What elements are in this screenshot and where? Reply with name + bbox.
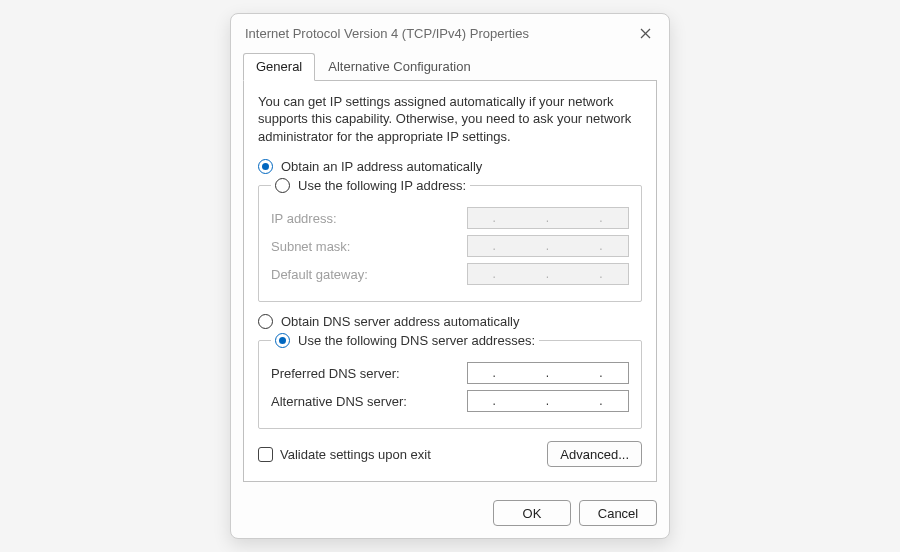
ip-address-row: IP address: ... bbox=[271, 207, 629, 229]
radio-dns-auto-label: Obtain DNS server address automatically bbox=[281, 314, 519, 329]
subnet-mask-input: ... bbox=[467, 235, 629, 257]
alternative-dns-row: Alternative DNS server: ... bbox=[271, 390, 629, 412]
preferred-dns-input[interactable]: ... bbox=[467, 362, 629, 384]
tab-alternative-configuration[interactable]: Alternative Configuration bbox=[315, 53, 483, 81]
default-gateway-row: Default gateway: ... bbox=[271, 263, 629, 285]
radio-ip-auto-label: Obtain an IP address automatically bbox=[281, 159, 482, 174]
panel-bottom-row: Validate settings upon exit Advanced... bbox=[258, 441, 642, 467]
window-title: Internet Protocol Version 4 (TCP/IPv4) P… bbox=[245, 26, 529, 41]
ipv4-properties-dialog: Internet Protocol Version 4 (TCP/IPv4) P… bbox=[230, 13, 670, 540]
ip-address-label: IP address: bbox=[271, 211, 337, 226]
radio-dns-manual[interactable]: Use the following DNS server addresses: bbox=[275, 333, 535, 348]
default-gateway-input: ... bbox=[467, 263, 629, 285]
radio-icon bbox=[258, 159, 273, 174]
close-button[interactable] bbox=[633, 22, 657, 46]
radio-icon bbox=[275, 178, 290, 193]
ip-manual-group: Use the following IP address: IP address… bbox=[258, 178, 642, 302]
validate-settings-checkbox[interactable]: Validate settings upon exit bbox=[258, 447, 431, 462]
preferred-dns-label: Preferred DNS server: bbox=[271, 366, 400, 381]
checkbox-icon bbox=[258, 447, 273, 462]
dialog-footer: OK Cancel bbox=[231, 492, 669, 538]
advanced-button[interactable]: Advanced... bbox=[547, 441, 642, 467]
tab-strip: General Alternative Configuration bbox=[231, 52, 669, 80]
general-panel: You can get IP settings assigned automat… bbox=[243, 80, 657, 483]
alternative-dns-label: Alternative DNS server: bbox=[271, 394, 407, 409]
preferred-dns-row: Preferred DNS server: ... bbox=[271, 362, 629, 384]
radio-dns-manual-label: Use the following DNS server addresses: bbox=[298, 333, 535, 348]
dns-manual-group: Use the following DNS server addresses: … bbox=[258, 333, 642, 429]
radio-dns-auto[interactable]: Obtain DNS server address automatically bbox=[258, 314, 642, 329]
ok-button[interactable]: OK bbox=[493, 500, 571, 526]
subnet-mask-label: Subnet mask: bbox=[271, 239, 351, 254]
cancel-button[interactable]: Cancel bbox=[579, 500, 657, 526]
titlebar: Internet Protocol Version 4 (TCP/IPv4) P… bbox=[231, 14, 669, 52]
radio-ip-manual-label: Use the following IP address: bbox=[298, 178, 466, 193]
ip-address-input: ... bbox=[467, 207, 629, 229]
default-gateway-label: Default gateway: bbox=[271, 267, 368, 282]
close-icon bbox=[640, 28, 651, 39]
alternative-dns-input[interactable]: ... bbox=[467, 390, 629, 412]
tab-general[interactable]: General bbox=[243, 53, 315, 81]
radio-ip-auto[interactable]: Obtain an IP address automatically bbox=[258, 159, 642, 174]
radio-icon bbox=[275, 333, 290, 348]
radio-icon bbox=[258, 314, 273, 329]
description-text: You can get IP settings assigned automat… bbox=[258, 93, 642, 146]
subnet-mask-row: Subnet mask: ... bbox=[271, 235, 629, 257]
validate-settings-label: Validate settings upon exit bbox=[280, 447, 431, 462]
radio-ip-manual[interactable]: Use the following IP address: bbox=[275, 178, 466, 193]
